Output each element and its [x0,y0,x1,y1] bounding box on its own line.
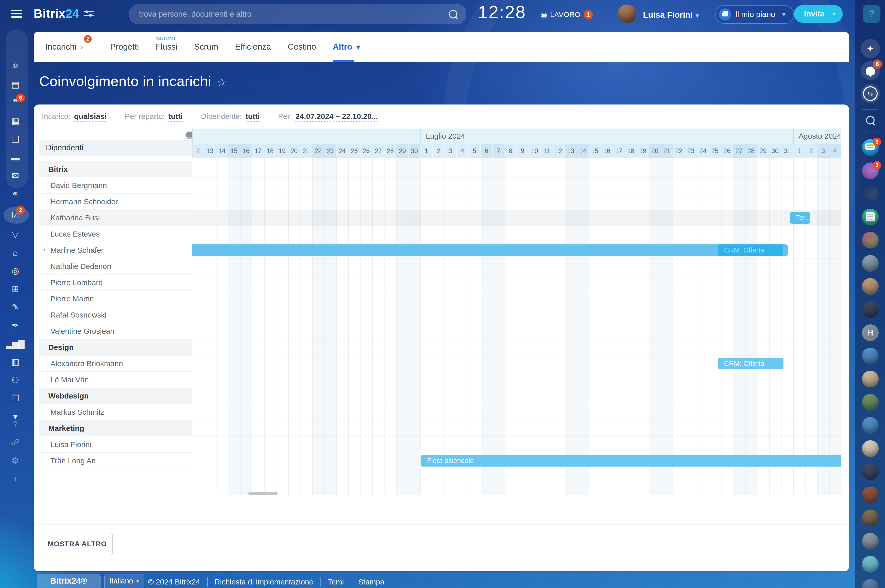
search-input[interactable] [129,10,449,19]
footer-link-temi[interactable]: Temi [328,578,344,586]
company-icon[interactable]: ⌂ [0,244,30,261]
day-header-cell[interactable]: 6 [481,144,493,158]
search-icon[interactable] [449,10,457,18]
group-row-webdesign[interactable]: Webdesign [39,388,192,404]
tab-efficienza[interactable]: Efficienza [235,32,271,62]
tab-altro[interactable]: Altro▾ [333,32,360,62]
day-header-cell[interactable]: 16 [240,144,252,158]
day-header-cell[interactable]: 20 [649,144,661,158]
task-bar-fiera-aziendale[interactable]: Fiera aziendale [421,455,841,466]
task-bar[interactable] [192,244,788,256]
avatar-group-chat[interactable]: 3 [862,162,879,179]
chat-exchange-icon[interactable]: ⇆ [861,84,880,103]
employee-row-luisa-fiorini[interactable]: Luisa Fiorini [39,436,192,453]
employee-row-pierre-lombard[interactable]: Pierre Lombard [39,274,192,291]
footer-link-stampa[interactable]: Stampa [358,578,384,586]
avatar-contact[interactable] [862,533,879,549]
analytics-icon[interactable]: ▂▅▇ [0,336,30,352]
day-header-cell[interactable]: 18 [625,144,637,158]
day-header-cell[interactable]: 23 [324,144,337,158]
day-header-cell[interactable]: 21 [300,144,313,158]
filter-value[interactable]: 24.07.2024 – 22.10.20... [295,112,378,122]
day-header-cell[interactable]: 29 [397,144,409,158]
calendar-icon[interactable]: ▦ [0,113,30,129]
employee-row-hermann-schneider[interactable]: Hermann Schneider [39,194,192,210]
day-header-cell[interactable]: 14 [577,144,589,158]
filter-value[interactable]: tutti [168,112,183,122]
employee-row-lucas-esteves[interactable]: Lucas Esteves [39,226,192,242]
avatar-contact[interactable] [862,302,879,318]
day-header-cell[interactable]: 25 [348,144,361,158]
day-header-cell[interactable]: 24 [337,144,349,158]
avatar-contact[interactable] [862,486,879,503]
day-header-cell[interactable]: 10 [529,144,541,158]
sign-icon[interactable]: ✒ [0,317,30,333]
workspace-settings-icon[interactable] [84,11,94,18]
day-header-cell[interactable]: 16 [601,144,613,158]
add-plus-icon[interactable]: + [0,471,30,487]
avatar-contact[interactable] [862,417,879,434]
day-header-cell[interactable]: 20 [288,144,301,158]
group-row-design[interactable]: Design [39,339,192,356]
messenger-icon[interactable]: ❞6 [0,94,30,111]
footer-link-richiesta-di-implementazione[interactable]: Richiesta di implementazione [215,578,313,586]
day-header-cell[interactable]: 22 [673,144,685,158]
day-header-cell[interactable]: 12 [553,144,565,158]
day-header-cell[interactable]: 4 [457,144,469,158]
hamburger-menu-icon[interactable] [11,10,22,19]
tab-flussi[interactable]: NUOVOFlussi [156,32,177,62]
day-header-cell[interactable]: 26 [721,144,733,158]
day-header-cell[interactable]: 24 [697,144,709,158]
favorite-star-icon[interactable]: ☆ [217,76,227,88]
avatar-contact[interactable] [862,394,879,411]
filter-value[interactable]: tutti [246,112,260,122]
day-header-cell[interactable]: 28 [385,144,397,158]
network-icon[interactable]: ⚛ [0,58,30,74]
day-header-cell[interactable]: 30 [409,144,421,158]
work-status[interactable]: ◉ LAVORO 1 [541,10,593,19]
day-header-cell[interactable]: 9 [517,144,529,158]
employee-row-marline-sch-fer[interactable]: ›Marline Schäfer [39,242,192,258]
employee-row-tr-n-long-an[interactable]: Trần Long An [39,453,192,469]
shop-icon[interactable]: ⊞ [0,281,30,297]
day-header-cell[interactable]: 21 [661,144,673,158]
search-icon[interactable] [861,111,880,130]
copilot-icon[interactable]: ✦ [861,39,880,58]
contract-icon[interactable]: ✎ [0,299,30,315]
drive-icon[interactable]: ▬ [0,149,30,165]
day-header-cell[interactable]: 23 [685,144,697,158]
task-bar-ter[interactable]: Ter... [790,212,810,224]
day-header-cell[interactable]: 29 [757,144,769,158]
my-plan-button[interactable]: Il mio piano ▾ [715,5,793,24]
avatar-contact[interactable] [862,556,879,573]
day-header-cell[interactable]: 19 [637,144,649,158]
day-header-cell[interactable]: 8 [505,144,517,158]
apps-box-icon[interactable]: ❒ [0,390,30,406]
day-header-cell[interactable]: 26 [361,144,373,158]
employee-row-david-bergmann[interactable]: David Bergmann [39,177,192,194]
bitrix24-logo[interactable]: Bitrix24 [34,7,79,21]
employee-row-katharina-busi[interactable]: Katharina Busi [39,210,192,226]
day-header-cell[interactable]: 4 [829,144,841,158]
invite-button[interactable]: Invita ▾ [794,5,843,23]
target-icon[interactable]: ◎ [0,262,30,279]
day-header-cell[interactable]: 14 [216,144,228,158]
task-bar-crm-offerta[interactable]: CRM: Offerta [718,244,783,256]
work-clock[interactable]: 12:28 [478,2,526,22]
documents-icon[interactable]: ❏ [0,131,30,147]
avatar-contact[interactable] [862,463,879,480]
avatar-contact[interactable] [862,510,879,526]
day-header-cell[interactable]: 13 [565,144,577,158]
day-header-cell[interactable]: 19 [276,144,288,158]
avatar-contact[interactable] [862,370,879,387]
global-search[interactable] [129,4,466,24]
day-header-cell[interactable]: 2 [192,144,204,158]
day-header-cell[interactable]: 31 [781,144,793,158]
crm-funnel-icon[interactable]: ▽ [0,226,30,242]
employee-row-l-mai-v-n[interactable]: Lê Mai Vân [39,372,192,388]
avatar-chat-channel[interactable]: 3 [862,139,879,156]
tasks-icon[interactable]: ☑2 [0,207,30,223]
task-bar-crm-offerta[interactable]: CRM: Offerta [718,358,783,369]
day-header-cell[interactable]: 17 [252,144,264,158]
day-header-cell[interactable]: 3 [817,144,829,158]
